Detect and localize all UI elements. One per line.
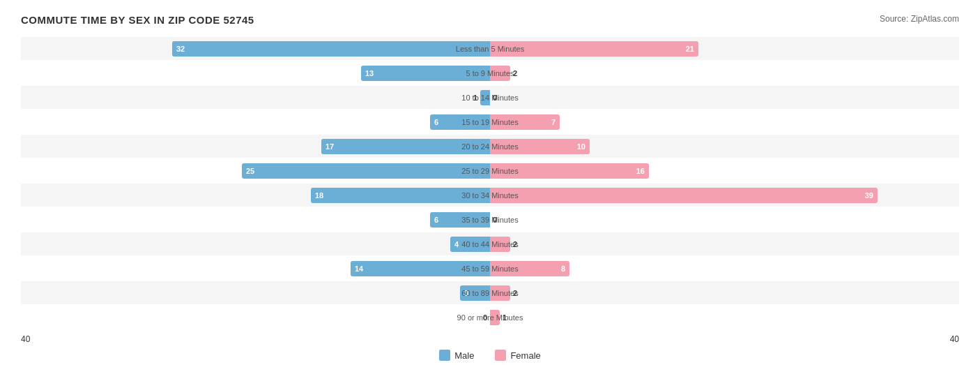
left-section: 32 (21, 37, 490, 60)
right-section: 7 (490, 110, 959, 133)
row-label: 25 to 29 Minutes (461, 167, 518, 175)
male-value: 13 (365, 69, 374, 77)
chart-row: 1445 to 59 Minutes8 (21, 257, 959, 280)
source-label: Source: ZipAtlas.com (880, 14, 959, 24)
left-section: 25 (21, 159, 490, 182)
chart-row: 1720 to 24 Minutes10 (21, 135, 959, 158)
left-section: 17 (21, 135, 490, 158)
row-label: 20 to 24 Minutes (461, 142, 518, 151)
left-section: 6 (21, 208, 490, 231)
left-section: 0 (21, 306, 490, 329)
row-label: 45 to 59 Minutes (461, 265, 518, 273)
row-label: 60 to 89 Minutes (461, 289, 518, 297)
female-value: 16 (636, 167, 645, 175)
left-section: 3 (21, 281, 490, 304)
chart-row: 32Less than 5 Minutes21 (21, 37, 959, 60)
row-label: 5 to 9 Minutes (466, 69, 514, 77)
row-label: 35 to 39 Minutes (461, 216, 518, 224)
left-section: 14 (21, 257, 490, 280)
chart-row: 360 to 89 Minutes2 (21, 281, 959, 304)
row-label: 40 to 44 Minutes (461, 240, 518, 248)
right-section: 8 (490, 257, 959, 280)
left-section: 4 (21, 232, 490, 255)
row-label: Less than 5 Minutes (456, 45, 524, 53)
right-section: 0 (490, 208, 959, 231)
row-label: 90 or more Minutes (457, 313, 523, 322)
female-legend-box (495, 350, 506, 361)
male-value: 18 (315, 191, 323, 200)
left-section: 18 (21, 184, 490, 207)
right-section: 21 (490, 37, 959, 60)
axis-left: 40 (21, 334, 30, 344)
right-section: 10 (490, 135, 959, 158)
male-bar: 25 (242, 163, 490, 179)
male-value: 25 (246, 167, 254, 175)
male-bar: 32 (172, 41, 490, 57)
male-value: 4 (454, 240, 459, 248)
left-section: 1 (21, 86, 490, 109)
chart-row: 615 to 19 Minutes7 (21, 110, 959, 133)
row-label: 30 to 34 Minutes (461, 191, 518, 200)
right-section: 39 (490, 184, 959, 207)
chart-row: 635 to 39 Minutes0 (21, 208, 959, 231)
right-section: 2 (490, 232, 959, 255)
left-section: 13 (21, 61, 490, 84)
male-value: 32 (176, 45, 185, 53)
male-value: 17 (326, 142, 334, 151)
female-value: 21 (686, 45, 694, 53)
male-legend-box (439, 350, 450, 361)
right-section: 2 (490, 61, 959, 84)
female-legend-label: Female (510, 350, 540, 361)
row-label: 10 to 14 Minutes (461, 94, 518, 102)
chart-row: 090 or more Minutes1 (21, 306, 959, 329)
male-value: 6 (434, 216, 438, 224)
legend: Male Female (21, 350, 959, 361)
female-value: 10 (577, 142, 585, 151)
right-section: 16 (490, 159, 959, 182)
male-legend-label: Male (454, 350, 474, 361)
female-value: 7 (551, 118, 556, 126)
left-section: 6 (21, 110, 490, 133)
axis-row: 40 40 (21, 334, 959, 344)
female-bar: 39 (490, 188, 878, 203)
row-label: 15 to 19 Minutes (461, 118, 518, 126)
male-value: 14 (355, 265, 363, 273)
legend-female: Female (495, 350, 540, 361)
chart-row: 1830 to 34 Minutes39 (21, 184, 959, 207)
chart-row: 2525 to 29 Minutes16 (21, 159, 959, 182)
right-section: 0 (490, 86, 959, 109)
chart-row: 110 to 14 Minutes0 (21, 86, 959, 109)
female-value: 8 (561, 265, 565, 273)
right-section: 1 (490, 306, 959, 329)
chart-title: COMMUTE TIME BY SEX IN ZIP CODE 52745 (21, 14, 254, 26)
male-value: 6 (434, 118, 438, 126)
chart-area: 32Less than 5 Minutes21135 to 9 Minutes2… (21, 37, 959, 329)
right-section: 2 (490, 281, 959, 304)
female-value: 39 (865, 191, 873, 200)
chart-row: 135 to 9 Minutes2 (21, 61, 959, 84)
legend-male: Male (439, 350, 474, 361)
axis-right: 40 (950, 334, 959, 344)
chart-row: 440 to 44 Minutes2 (21, 232, 959, 255)
